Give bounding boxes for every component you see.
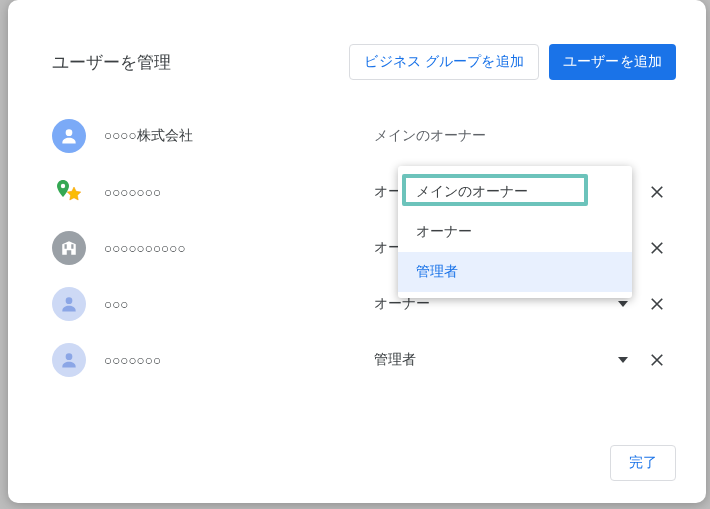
dialog-header: ユーザーを管理 ビジネス グループを追加 ユーザーを追加 [8,0,706,80]
dialog-title: ユーザーを管理 [52,51,349,74]
remove-user-button[interactable] [638,351,676,369]
pin-star-icon [54,177,84,207]
svg-point-3 [66,353,73,360]
remove-user-button[interactable] [638,239,676,257]
role-option-primary-owner[interactable]: メインのオーナー [398,172,632,212]
user-name: ○○○ [104,297,374,312]
close-icon [648,183,666,201]
remove-user-button[interactable] [638,183,676,201]
chevron-down-icon [618,357,628,363]
user-role-cell: 管理者 [374,351,638,369]
svg-point-1 [61,184,65,188]
svg-point-2 [66,297,73,304]
user-name: ○○○○株式会社 [104,127,374,145]
header-actions: ビジネス グループを追加 ユーザーを追加 [349,44,676,80]
user-row: ○○○○株式会社 メインのオーナー [8,108,706,164]
avatar [52,119,86,153]
chevron-down-icon [618,301,628,307]
person-icon [59,126,79,146]
user-name: ○○○○○○○ [104,185,374,200]
person-icon [59,350,79,370]
add-user-button[interactable]: ユーザーを追加 [549,44,676,80]
close-icon [648,239,666,257]
manage-users-dialog: ユーザーを管理 ビジネス グループを追加 ユーザーを追加 ○○○○株式会社 メイ… [8,0,706,503]
building-icon [60,239,78,257]
close-icon [648,351,666,369]
add-business-group-button[interactable]: ビジネス グループを追加 [349,44,539,80]
remove-user-button[interactable] [638,295,676,313]
role-option-manager[interactable]: 管理者 [398,252,632,292]
avatar [52,231,86,265]
role-dropdown-menu: メインのオーナー オーナー 管理者 [398,166,632,298]
role-option-owner[interactable]: オーナー [398,212,632,252]
done-button[interactable]: 完了 [610,445,676,481]
close-icon [648,295,666,313]
user-name: ○○○○○○○○○○ [104,241,374,256]
dialog-footer: 完了 [610,445,676,481]
person-icon [59,294,79,314]
user-role-label: メインのオーナー [374,127,486,145]
role-dropdown-trigger[interactable]: 管理者 [374,351,638,369]
user-role-label: 管理者 [374,351,612,369]
avatar [52,343,86,377]
svg-point-0 [66,129,73,136]
user-name: ○○○○○○○ [104,353,374,368]
avatar [52,175,86,209]
avatar [52,287,86,321]
user-role-cell: メインのオーナー [374,127,638,145]
user-row: ○○○○○○○ 管理者 [8,332,706,388]
